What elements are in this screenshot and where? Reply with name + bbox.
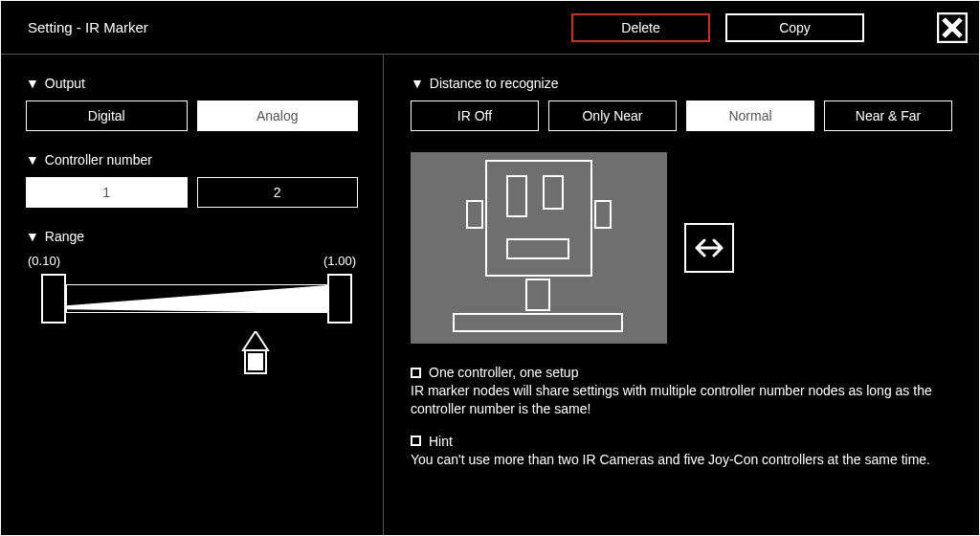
triangle-down-icon: ▼ xyxy=(411,76,424,91)
range-wedge xyxy=(66,285,327,313)
output-analog-button[interactable]: Analog xyxy=(197,100,359,131)
titlebar: Setting - IR Marker Delete Copy xyxy=(1,1,979,55)
right-column: ▼ Distance to recognize IR Off Only Near… xyxy=(384,55,979,535)
svg-marker-2 xyxy=(243,331,268,350)
diagram-row xyxy=(411,152,952,344)
pencil-icon[interactable] xyxy=(241,331,270,378)
body: ▼ Output Digital Analog ▼ Controller num… xyxy=(1,55,979,535)
triangle-down-icon: ▼ xyxy=(26,152,39,168)
square-bullet-icon xyxy=(411,436,421,446)
delete-button[interactable]: Delete xyxy=(571,13,710,42)
output-label: Output xyxy=(45,76,85,91)
note2-body: You can't use more than two IR Cameras a… xyxy=(411,451,952,469)
controller-section-header[interactable]: ▼ Controller number xyxy=(26,152,358,168)
distance-options: IR Off Only Near Normal Near & Far xyxy=(411,100,952,131)
controller-1-button[interactable]: 1 xyxy=(26,177,188,208)
range-max-label: (1.00) xyxy=(323,254,356,268)
note2-heading: Hint xyxy=(429,434,453,449)
triangle-down-icon: ▼ xyxy=(26,76,39,91)
svg-marker-1 xyxy=(66,285,327,313)
controller-options: 1 2 xyxy=(26,177,358,208)
square-bullet-icon xyxy=(411,368,421,378)
swap-button[interactable] xyxy=(684,223,734,273)
range-min-label: (0.10) xyxy=(28,254,60,268)
ir-diagram xyxy=(411,152,667,344)
range-value-labels: (0.10) (1.00) xyxy=(26,254,358,268)
distance-nearfar-button[interactable]: Near & Far xyxy=(824,100,952,131)
range-pointer xyxy=(26,331,358,379)
output-digital-button[interactable]: Digital xyxy=(26,100,188,131)
distance-section-header[interactable]: ▼ Distance to recognize xyxy=(411,76,952,91)
copy-button[interactable]: Copy xyxy=(725,13,864,42)
window-title: Setting - IR Marker xyxy=(28,19,556,35)
distance-label: Distance to recognize xyxy=(430,76,559,91)
left-column: ▼ Output Digital Analog ▼ Controller num… xyxy=(1,55,384,535)
note1-heading: One controller, one setup xyxy=(429,365,578,380)
range-max-handle[interactable] xyxy=(327,274,352,324)
note2-heading-row: Hint xyxy=(411,434,952,449)
note1-heading-row: One controller, one setup xyxy=(411,365,952,380)
settings-window: Setting - IR Marker Delete Copy ▼ Output… xyxy=(0,0,980,536)
range-slider[interactable] xyxy=(26,274,358,324)
close-button[interactable] xyxy=(937,12,968,43)
distance-normal-button[interactable]: Normal xyxy=(686,100,814,131)
note1-body: IR marker nodes will share settings with… xyxy=(411,382,952,418)
distance-onlynear-button[interactable]: Only Near xyxy=(548,100,677,131)
controller-2-button[interactable]: 2 xyxy=(197,177,359,208)
range-min-handle[interactable] xyxy=(41,274,66,324)
svg-rect-4 xyxy=(248,353,263,370)
distance-iroff-button[interactable]: IR Off xyxy=(411,100,539,131)
output-section-header[interactable]: ▼ Output xyxy=(26,76,358,91)
triangle-down-icon: ▼ xyxy=(26,229,39,244)
range-label: Range xyxy=(45,229,84,244)
close-icon xyxy=(937,12,968,43)
range-section-header[interactable]: ▼ Range xyxy=(26,229,358,244)
controller-label: Controller number xyxy=(45,152,152,168)
output-options: Digital Analog xyxy=(26,100,358,131)
swap-horizontal-icon xyxy=(693,237,725,258)
